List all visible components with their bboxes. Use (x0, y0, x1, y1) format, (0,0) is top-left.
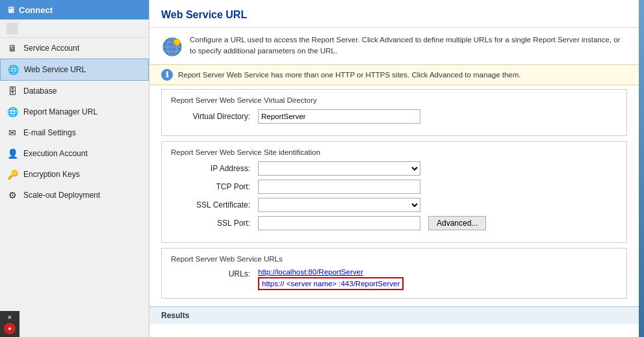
scale-out-icon: ⚙ (6, 189, 18, 201)
connect-icon: 🖥 (6, 5, 15, 15)
sidebar-item-web-service-url[interactable]: 🌐 Web Service URL (0, 59, 149, 81)
url2-part3: :443/ReportServer (339, 280, 400, 288)
sidebar-item-label: Encryption Keys (23, 170, 80, 179)
close-area: ✕ ● (0, 311, 19, 337)
site-identification-title: Report Server Web Service Site identific… (171, 148, 617, 156)
close-icon: ● (8, 325, 11, 332)
description-text: Configure a URL used to access the Repor… (190, 34, 627, 57)
ssl-certificate-select[interactable] (258, 198, 420, 212)
database-icon: 🗄 (6, 85, 18, 97)
sidebar-bottom: ✕ ● (0, 311, 149, 337)
url2-part1: https:// (262, 280, 285, 288)
sidebar: 🖥 Connect 🖥 Service Account 🌐 Web Servic… (0, 0, 149, 337)
ssl-certificate-row: SSL Certificate: (171, 198, 617, 212)
sidebar-top-icon (6, 23, 18, 34)
ip-address-label: IP Address: (171, 164, 255, 173)
close-x-label: ✕ (7, 314, 12, 321)
virtual-directory-section: Report Server Web Service Virtual Direct… (161, 89, 627, 136)
page-title: Web Service URL (149, 0, 639, 28)
sidebar-item-service-account[interactable]: 🖥 Service Account (0, 38, 149, 59)
sidebar-item-report-manager-url[interactable]: 🌐 Report Manager URL (0, 101, 149, 122)
urls-row: URLs: http://localhost:80/ReportServer h… (171, 268, 617, 290)
ssl-port-input[interactable] (258, 216, 420, 230)
url-link-2-highlighted: https:// <server name> :443/ReportServer (258, 277, 404, 290)
right-panel (639, 0, 644, 337)
sidebar-spacer (0, 20, 149, 38)
description-box: ! Configure a URL used to access the Rep… (149, 28, 639, 64)
sidebar-item-label: Scale-out Deployment (23, 191, 100, 200)
tcp-port-input[interactable] (258, 180, 420, 194)
virtual-directory-row: Virtual Directory: (171, 109, 617, 124)
sidebar-item-execution-account[interactable]: 👤 Execution Account (0, 143, 149, 164)
globe-image-icon: ! (161, 36, 183, 58)
close-circle[interactable]: ● (4, 323, 16, 334)
site-identification-section: Report Server Web Service Site identific… (161, 141, 627, 243)
main-content: Web Service URL ! Configure a URL used t… (149, 0, 639, 337)
virtual-directory-input[interactable] (258, 109, 420, 124)
urls-section-title: Report Server Web Service URLs (171, 255, 617, 263)
sidebar-item-label: Database (23, 87, 57, 96)
sidebar-item-label: Web Service URL (24, 65, 86, 74)
execution-account-icon: 👤 (6, 148, 18, 159)
warning-bar: ℹ Report Server Web Service has more tha… (149, 64, 639, 85)
urls-section: Report Server Web Service URLs URLs: htt… (161, 248, 627, 299)
ssl-certificate-label: SSL Certificate: (171, 200, 255, 209)
urls-label: URLs: (171, 268, 255, 278)
url-links-container: http://localhost:80/ReportServer https:/… (258, 268, 404, 290)
virtual-directory-section-title: Report Server Web Service Virtual Direct… (171, 96, 617, 104)
report-manager-url-icon: 🌐 (6, 106, 18, 118)
service-account-icon: 🖥 (6, 42, 18, 54)
sidebar-item-encryption-keys[interactable]: 🔑 Encryption Keys (0, 164, 149, 185)
url2-part2: <server name> (285, 280, 339, 288)
sidebar-item-label: Execution Account (23, 149, 88, 158)
ssl-port-row: SSL Port: Advanced... (171, 216, 617, 230)
tcp-port-label: TCP Port: (171, 182, 255, 191)
sidebar-item-email-settings[interactable]: ✉ E-mail Settings (0, 122, 149, 143)
ip-address-row: IP Address: (171, 161, 617, 176)
virtual-directory-label: Virtual Directory: (171, 112, 255, 121)
url-link-2[interactable]: https:// <server name> :443/ReportServer (262, 280, 400, 288)
url-link-1[interactable]: http://localhost:80/ReportServer (258, 268, 404, 276)
sidebar-item-scale-out-deployment[interactable]: ⚙ Scale-out Deployment (0, 185, 149, 206)
ssl-port-label: SSL Port: (171, 219, 255, 228)
sidebar-item-database[interactable]: 🗄 Database (0, 81, 149, 101)
sidebar-item-label: Report Manager URL (23, 107, 97, 116)
sidebar-header: 🖥 Connect (0, 0, 149, 20)
sidebar-item-label: E-mail Settings (23, 128, 76, 137)
warning-text: Report Server Web Service has more than … (178, 71, 521, 79)
warning-icon: ℹ (161, 69, 173, 81)
advanced-button[interactable]: Advanced... (428, 216, 486, 230)
results-bar: Results (149, 306, 639, 324)
encryption-keys-icon: 🔑 (6, 168, 18, 180)
ip-address-select[interactable] (258, 161, 420, 176)
tcp-port-row: TCP Port: (171, 180, 617, 194)
sidebar-header-label: Connect (19, 5, 53, 15)
results-label: Results (161, 311, 189, 320)
web-service-url-icon: 🌐 (7, 64, 19, 75)
email-settings-icon: ✉ (6, 127, 18, 139)
svg-text:!: ! (175, 42, 176, 46)
sidebar-item-label: Service Account (23, 44, 79, 53)
